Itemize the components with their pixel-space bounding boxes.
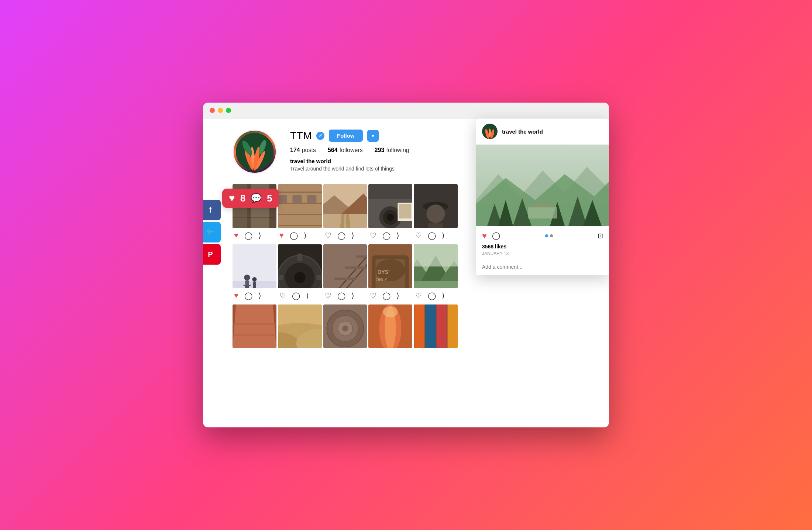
photo-8-actions: ♡ ◯ ⟩	[323, 288, 367, 303]
photo-item-2: ♥ ◯ ⟩	[278, 184, 322, 243]
share-icon-7[interactable]: ⟩	[306, 291, 309, 300]
svg-rect-54	[297, 254, 302, 261]
popup-comment-input[interactable]	[482, 260, 603, 270]
like-icon-6[interactable]: ♥	[234, 291, 238, 300]
share-icon-3[interactable]: ⟩	[351, 231, 354, 240]
facebook-button[interactable]: f	[203, 200, 221, 220]
like-icon-3[interactable]: ♡	[325, 231, 331, 240]
pinterest-button[interactable]: P	[203, 244, 221, 265]
comment-icon-9[interactable]: ◯	[382, 291, 390, 300]
popup-comment-icon[interactable]: ◯	[492, 231, 500, 241]
comment-icon-3[interactable]: ◯	[337, 231, 345, 240]
comment-icon-7[interactable]: ◯	[292, 291, 300, 300]
share-icon-1[interactable]: ⟩	[258, 231, 261, 240]
svg-rect-77	[414, 244, 458, 266]
comment-icon-4[interactable]: ◯	[382, 231, 390, 240]
photo-6-actions: ♥ ◯ ⟩	[233, 288, 276, 303]
share-icon-10[interactable]: ⟩	[442, 291, 445, 300]
maximize-button[interactable]	[226, 108, 231, 113]
follow-dropdown-button[interactable]: ▾	[367, 130, 379, 142]
popup-card: travel the world	[476, 118, 609, 275]
twitter-button[interactable]: 🐦	[203, 222, 221, 242]
photo-10-actions: ♡ ◯ ⟩	[414, 288, 458, 303]
share-icon-9[interactable]: ⟩	[396, 291, 399, 300]
svg-rect-41	[429, 223, 443, 228]
like-icon-10[interactable]: ♡	[415, 291, 422, 300]
comment-icon-2[interactable]: ◯	[290, 231, 298, 240]
svg-rect-23	[292, 195, 302, 203]
browser-titlebar	[203, 103, 609, 118]
svg-text:ONLY: ONLY	[376, 277, 388, 282]
svg-rect-99	[426, 304, 436, 348]
dot-2	[550, 234, 553, 237]
followers-count: 564	[328, 147, 338, 154]
popup-card-header: travel the world	[476, 118, 609, 145]
comment-icon-10[interactable]: ◯	[428, 291, 436, 300]
svg-rect-24	[307, 195, 316, 203]
share-icon-4[interactable]: ⟩	[396, 231, 399, 240]
posts-label: posts	[302, 147, 316, 154]
profile-username: TTM	[290, 130, 312, 142]
browser-window: f 🐦 P ♥ 8 💬 5	[203, 103, 609, 427]
photo-5-actions: ♡ ◯ ⟩	[414, 228, 458, 243]
following-stat[interactable]: 293 following	[375, 147, 409, 154]
svg-rect-78	[233, 304, 276, 348]
following-label: following	[386, 147, 409, 154]
share-icon-6[interactable]: ⟩	[258, 291, 261, 300]
svg-point-40	[427, 204, 445, 223]
share-icon-5[interactable]: ⟩	[442, 231, 445, 240]
avatar	[233, 130, 277, 174]
like-icon-1[interactable]: ♥	[234, 231, 238, 240]
posts-stat: 174 posts	[290, 147, 316, 154]
like-icon-9[interactable]: ♡	[370, 291, 376, 300]
like-icon-2[interactable]: ♥	[279, 231, 284, 240]
photo-4-actions: ♡ ◯ ⟩	[368, 228, 412, 243]
like-icon-8[interactable]: ♡	[325, 291, 331, 300]
popup-actions-row: ♥ ◯ ⊡	[482, 231, 603, 241]
like-icon-7[interactable]: ♡	[279, 291, 286, 300]
notification-comment-icon: 💬	[251, 193, 262, 203]
minimize-button[interactable]	[218, 108, 223, 113]
social-sidebar: f 🐦 P	[203, 200, 221, 265]
twitter-icon: 🐦	[206, 228, 214, 236]
comment-icon-8[interactable]: ◯	[337, 291, 345, 300]
photo-1-actions: ♥ ◯ ⟩	[233, 228, 276, 243]
popup-date: January 13	[482, 251, 603, 256]
popup-heart-icon[interactable]: ♥	[482, 231, 487, 241]
svg-rect-37	[399, 204, 412, 218]
followers-stat[interactable]: 564 followers	[328, 147, 363, 154]
facebook-icon: f	[209, 205, 211, 215]
photo-item-11	[233, 304, 276, 348]
photo-item-13	[323, 304, 367, 348]
comment-icon-6[interactable]: ◯	[244, 291, 252, 300]
popup-likes: 3568 likes	[482, 244, 603, 249]
popup-username: travel the world	[502, 128, 543, 135]
comment-icon-1[interactable]: ◯	[244, 231, 252, 240]
share-icon-2[interactable]: ⟩	[304, 231, 307, 240]
following-count: 293	[375, 147, 385, 154]
svg-rect-12	[233, 217, 276, 218]
svg-rect-18	[278, 203, 322, 204]
svg-rect-63	[334, 278, 356, 280]
popup-image-visual	[476, 145, 609, 226]
photo-item-7: ♡ ◯ ⟩	[278, 244, 322, 303]
popup-avatar	[482, 124, 498, 139]
comment-icon-5[interactable]: ◯	[428, 231, 436, 240]
main-layout: f 🐦 P ♥ 8 💬 5	[203, 118, 609, 355]
pinterest-icon: P	[208, 250, 213, 259]
svg-rect-20	[278, 225, 322, 226]
svg-rect-82	[233, 334, 276, 336]
svg-rect-49	[253, 282, 256, 288]
like-icon-4[interactable]: ♡	[370, 231, 376, 240]
svg-rect-16	[278, 184, 322, 228]
like-icon-5[interactable]: ♡	[415, 231, 422, 240]
svg-point-95	[383, 306, 398, 317]
notification-comment-count: 5	[267, 193, 272, 204]
popup-bookmark-icon[interactable]: ⊡	[598, 232, 603, 240]
photo-item-4: ♡ ◯ ⟩	[368, 184, 412, 243]
photo-3-actions: ♡ ◯ ⟩	[323, 228, 367, 243]
svg-point-44	[244, 275, 250, 281]
share-icon-8[interactable]: ⟩	[351, 291, 354, 300]
close-button[interactable]	[210, 108, 215, 113]
follow-button[interactable]: Follow	[329, 130, 363, 142]
